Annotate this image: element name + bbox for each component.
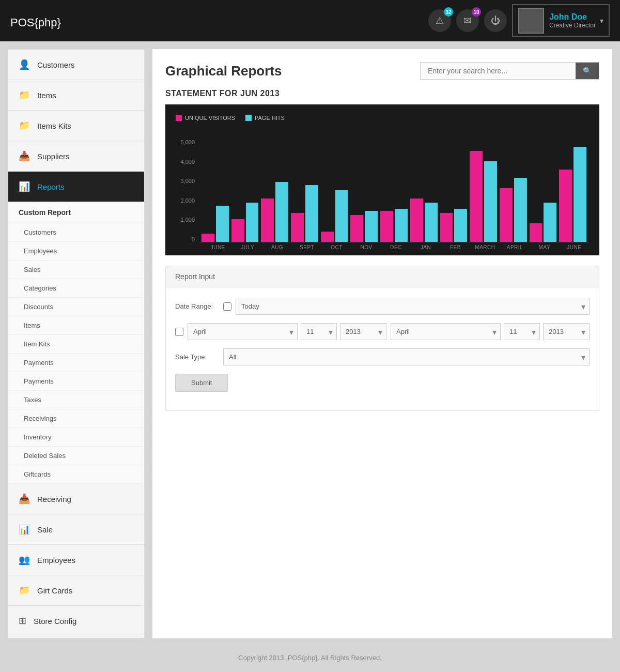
to-day-select[interactable]: 1234 5678 91011 bbox=[504, 323, 540, 340]
submenu-item-taxes[interactable]: Taxes bbox=[8, 391, 144, 409]
sidebar-label-suppliers: Suppliers bbox=[37, 152, 70, 161]
power-button[interactable]: ⏻ bbox=[484, 9, 507, 32]
submenu-item-customers[interactable]: Customers bbox=[8, 223, 144, 242]
sidebar-label-items-kits: Items Kits bbox=[37, 121, 71, 130]
legend-dot-pink bbox=[176, 115, 182, 121]
sidebar-item-sale[interactable]: 📊 Sale bbox=[8, 514, 144, 545]
submenu-item-discounts[interactable]: Discounts bbox=[8, 298, 144, 316]
submenu-item-inventory[interactable]: Inventory bbox=[8, 428, 144, 447]
from-day-select[interactable]: 1234 5678 91011 bbox=[301, 323, 337, 340]
to-day-wrapper: 1234 5678 91011 bbox=[504, 323, 540, 340]
to-year-select[interactable]: 2011201220132014 bbox=[543, 323, 590, 340]
sidebar-item-customers[interactable]: 👤 Customers bbox=[8, 50, 144, 80]
sidebar-item-items-kits[interactable]: 📁 Items Kits bbox=[8, 111, 144, 141]
search-input[interactable] bbox=[421, 63, 576, 79]
bar-group bbox=[321, 190, 348, 242]
report-input-header: Report Input bbox=[166, 266, 599, 287]
search-button[interactable]: 🔍 bbox=[576, 63, 599, 79]
date-from-to-row: JanuaryFebruaryMarch AprilMayJune JulyAu… bbox=[175, 323, 590, 340]
bar-cyan bbox=[574, 147, 586, 242]
sidebar-item-items[interactable]: 📁 Items bbox=[8, 80, 144, 111]
bar-pink bbox=[559, 170, 572, 242]
x-label: AUG bbox=[262, 245, 292, 250]
sidebar-label-employees: Employees bbox=[37, 556, 75, 564]
y-label-0: 0 bbox=[192, 236, 195, 242]
alert-icon: ⚠ bbox=[436, 15, 444, 26]
receiving-icon: 📥 bbox=[19, 493, 30, 505]
submenu-item-deleted-sales[interactable]: Deleted Sales bbox=[8, 447, 144, 465]
header: POS{php} ⚠ 32 ✉ 10 ⏻ John Doe Creative D… bbox=[0, 0, 620, 41]
folder-icon-kits: 📁 bbox=[19, 120, 30, 131]
submenu-item-sales[interactable]: Sales bbox=[8, 261, 144, 279]
sidebar-item-gift-cards[interactable]: 📁 Girt Cards bbox=[8, 575, 144, 606]
folder-icon: 📁 bbox=[19, 89, 30, 101]
bar-pink bbox=[470, 151, 483, 242]
sidebar-item-suppliers[interactable]: 📥 Suppliers bbox=[8, 141, 144, 172]
alerts-button[interactable]: ⚠ 32 bbox=[428, 9, 451, 32]
submenu-item-giftcards[interactable]: Giftcards bbox=[8, 465, 144, 484]
date-range-select[interactable]: Today Yesterday This Week Last Week This… bbox=[236, 298, 590, 315]
bar-group bbox=[410, 198, 438, 242]
from-year-select[interactable]: 2011201220132014 bbox=[340, 323, 386, 340]
bar-cyan bbox=[454, 209, 467, 242]
date-range-checkbox[interactable] bbox=[223, 302, 231, 311]
to-month-select[interactable]: JanuaryFebruaryMarch AprilMayJune JulyAu… bbox=[391, 323, 501, 340]
date-range-select-wrapper: Today Yesterday This Week Last Week This… bbox=[236, 298, 590, 315]
mail-badge: 10 bbox=[472, 7, 481, 17]
to-year-wrapper: 2011201220132014 bbox=[543, 323, 590, 340]
bar-cyan bbox=[365, 211, 378, 242]
date-range-row: Date Range: Today Yesterday This Week La… bbox=[175, 298, 590, 315]
footer: Copyright 2013. POS{php}. All Rights Res… bbox=[0, 646, 620, 669]
from-month-select[interactable]: JanuaryFebruaryMarch AprilMayJune JulyAu… bbox=[188, 323, 298, 340]
legend-item-pagehits: PAGE HITS bbox=[245, 115, 285, 121]
submenu-item-receivings[interactable]: Receivings bbox=[8, 409, 144, 428]
gift-icon: 📁 bbox=[19, 585, 30, 596]
user-name: John Doe bbox=[549, 12, 596, 22]
submit-row: Submit bbox=[175, 374, 590, 392]
x-label: MAY bbox=[530, 245, 559, 250]
y-label-1000: 1,000 bbox=[180, 217, 195, 223]
bar-group bbox=[530, 203, 557, 242]
bar-pink bbox=[380, 211, 393, 242]
sidebar-label-reports: Reports bbox=[37, 182, 65, 191]
user-menu[interactable]: John Doe Creative Director ▾ bbox=[512, 4, 610, 37]
chart-container: UNIQUE VISITORS PAGE HITS 5,000 4,000 3,… bbox=[165, 104, 599, 255]
x-label: SEPT bbox=[292, 245, 321, 250]
bar-group bbox=[350, 211, 378, 242]
submenu-item-payments1[interactable]: Payments bbox=[8, 354, 144, 372]
legend-dot-cyan bbox=[245, 115, 252, 121]
x-label: JULY bbox=[233, 245, 262, 250]
y-label-2000: 2,000 bbox=[180, 197, 195, 204]
bar-pink bbox=[231, 219, 244, 242]
submenu-item-employees[interactable]: Employees bbox=[8, 242, 144, 261]
chart-legend: UNIQUE VISITORS PAGE HITS bbox=[176, 115, 589, 121]
power-icon: ⏻ bbox=[491, 16, 500, 26]
sale-type-select[interactable]: All Cash Card Credit bbox=[223, 348, 590, 365]
logo: POS{php} bbox=[10, 11, 61, 30]
sidebar-item-employees[interactable]: 👥 Employees bbox=[8, 545, 144, 575]
submenu-item-payments2[interactable]: Payments bbox=[8, 372, 144, 391]
to-month-wrapper: JanuaryFebruaryMarch AprilMayJune JulyAu… bbox=[391, 323, 501, 340]
date-to-selects: JanuaryFebruaryMarch AprilMayJune JulyAu… bbox=[391, 323, 590, 340]
sidebar-item-reports[interactable]: 📊 Reports bbox=[8, 172, 144, 202]
submenu-item-items[interactable]: Items bbox=[8, 316, 144, 335]
sidebar-item-store-config[interactable]: ⊞ Store Config bbox=[8, 606, 144, 636]
sidebar: 👤 Customers 📁 Items 📁 Items Kits 📥 Suppl… bbox=[8, 49, 145, 638]
sale-type-select-wrapper: All Cash Card Credit bbox=[223, 348, 590, 365]
footer-text: Copyright 2013. POS{php}. All Rights Res… bbox=[238, 654, 382, 662]
y-label-4000: 4,000 bbox=[180, 159, 195, 165]
submenu-item-item-kits[interactable]: Item Kits bbox=[8, 335, 144, 354]
mail-button[interactable]: ✉ 10 bbox=[456, 9, 479, 32]
sidebar-item-receiving[interactable]: 📥 Receiving bbox=[8, 484, 144, 514]
sale-icon: 📊 bbox=[19, 524, 30, 535]
submit-button[interactable]: Submit bbox=[175, 374, 228, 392]
sidebar-label-store-config: Store Config bbox=[34, 617, 76, 625]
submenu-item-categories[interactable]: Categories bbox=[8, 279, 144, 298]
legend-label-pagehits: PAGE HITS bbox=[255, 115, 285, 121]
sale-type-row: Sale Type: All Cash Card Credit bbox=[175, 348, 590, 365]
from-month-wrapper: JanuaryFebruaryMarch AprilMayJune JulyAu… bbox=[188, 323, 298, 340]
download-icon: 📥 bbox=[19, 150, 30, 162]
bar-cyan bbox=[395, 209, 408, 242]
from-year-wrapper: 2011201220132014 bbox=[340, 323, 386, 340]
date-custom-checkbox[interactable] bbox=[175, 328, 183, 336]
